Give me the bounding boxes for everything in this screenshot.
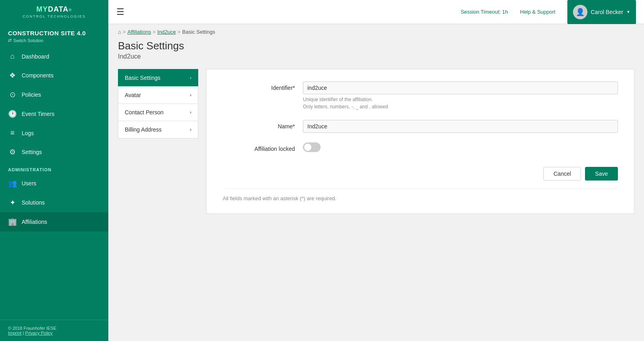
form-row-locked: Affiliation locked	[223, 142, 618, 153]
privacy-link[interactable]: Privacy Policy	[25, 331, 53, 335]
sub-nav-label-billing-address: Billing Address	[125, 126, 162, 133]
avatar: 👤	[573, 5, 587, 19]
save-button[interactable]: Save	[585, 167, 618, 181]
sub-nav-avatar[interactable]: Avatar ›	[118, 86, 198, 104]
switch-icon: ⇄	[8, 38, 12, 43]
sidebar-footer: © 2018 Fraunhofer IESE Imprint | Privacy…	[0, 320, 108, 341]
identifier-hint: Unique identifier of the affiliation. On…	[303, 96, 618, 110]
chevron-right-icon-billing: ›	[190, 127, 191, 132]
sidebar-item-dashboard[interactable]: ⌂ Dashboard	[0, 47, 108, 66]
hamburger-menu[interactable]: ☰	[108, 7, 132, 17]
settings-icon: ⚙	[8, 148, 17, 156]
session-timeout: Session Timeout: 1h	[461, 9, 508, 15]
sidebar-item-settings[interactable]: ⚙ Settings	[0, 142, 108, 162]
breadcrumb-ind2uce[interactable]: Ind2uce	[157, 29, 176, 35]
sidebar-label-users: Users	[22, 180, 37, 187]
users-icon: 👥	[8, 179, 17, 188]
sidebar-label-dashboard: Dashboard	[22, 53, 49, 60]
sidebar-brand: CONSTRUCTION SITE 4.0 ⇄ Switch Solution	[0, 24, 108, 47]
name-input[interactable]	[303, 120, 618, 133]
sidebar-label-settings: Settings	[22, 149, 42, 155]
sidebar-label-affiliations: Affiliations	[22, 219, 47, 225]
logo-text: MYDATA≡	[37, 5, 72, 14]
sidebar-label-logs: Logs	[22, 130, 34, 136]
toggle-slider	[303, 142, 321, 152]
sub-nav-contact-person[interactable]: Contact Person ›	[118, 104, 198, 121]
logs-icon: ≡	[8, 129, 17, 137]
page-subtitle: Ind2uce	[118, 53, 634, 60]
logo-area: MYDATA≡ CONTROL TECHNOLOGIES	[0, 0, 108, 24]
policies-icon: ⊙	[8, 90, 17, 99]
chevron-right-icon-avatar: ›	[190, 92, 191, 98]
user-name: Carol Becker	[591, 9, 623, 15]
brand-title: CONSTRUCTION SITE 4.0	[8, 30, 100, 37]
chevron-down-icon: ▼	[626, 10, 630, 14]
chevron-right-icon-basic: ›	[190, 75, 191, 81]
sub-nav-basic-settings[interactable]: Basic Settings ›	[118, 69, 198, 86]
content-area: ⌂ > Affiliations > Ind2uce > Basic Setti…	[108, 24, 644, 341]
form-actions: Cancel Save	[223, 163, 618, 181]
sidebar-item-affiliations[interactable]: 🏢 Affiliations	[0, 212, 108, 231]
imprint-link[interactable]: Imprint	[8, 331, 22, 335]
affiliations-icon: 🏢	[8, 217, 17, 226]
event-timers-icon: 🕐	[8, 110, 17, 118]
cancel-button[interactable]: Cancel	[543, 167, 581, 181]
components-icon: ❖	[8, 71, 17, 80]
sidebar-item-solutions[interactable]: ✦ Solutions	[0, 193, 108, 212]
affiliation-locked-field	[303, 142, 618, 153]
name-field	[303, 120, 618, 133]
breadcrumb-affiliations[interactable]: Affiliations	[127, 29, 151, 35]
dashboard-icon: ⌂	[8, 52, 17, 61]
sidebar-nav: ⌂ Dashboard ❖ Components ⊙ Policies 🕐 Ev…	[0, 47, 108, 320]
sidebar-label-event-timers: Event Timers	[22, 111, 55, 117]
home-icon: ⌂	[118, 29, 121, 35]
page-title: Basic Settings	[118, 40, 634, 52]
solutions-icon: ✦	[8, 198, 17, 207]
sub-nav-billing-address[interactable]: Billing Address ›	[118, 121, 198, 138]
sidebar-label-components: Components	[22, 72, 53, 79]
identifier-hint-line1: Unique identifier of the affiliation.	[303, 96, 618, 103]
sub-nav-label-contact-person: Contact Person	[125, 109, 164, 116]
name-label: Name*	[223, 120, 303, 130]
sub-nav-label-basic-settings: Basic Settings	[125, 75, 160, 81]
sidebar-label-policies: Policies	[22, 91, 41, 98]
sub-nav-label-avatar: Avatar	[125, 92, 141, 98]
sub-nav: Basic Settings › Avatar › Contact Person…	[118, 69, 198, 138]
page-header: Basic Settings Ind2uce	[108, 35, 644, 63]
admin-section-title: ADMINISTRATION	[0, 162, 108, 174]
chevron-right-icon-contact: ›	[190, 110, 191, 115]
form-row-name: Name*	[223, 120, 618, 133]
breadcrumb: ⌂ > Affiliations > Ind2uce > Basic Setti…	[108, 24, 644, 35]
sidebar-label-solutions: Solutions	[22, 199, 45, 206]
affiliation-locked-toggle[interactable]	[303, 142, 321, 152]
breadcrumb-sep-home: >	[123, 29, 126, 35]
identifier-input[interactable]	[303, 81, 618, 94]
logo-subtitle: CONTROL TECHNOLOGIES	[22, 14, 86, 18]
required-note: All fields marked with an asterisk (*) a…	[223, 189, 618, 201]
form-row-identifier: Identifier* Unique identifier of the aff…	[223, 81, 618, 110]
sidebar: CONSTRUCTION SITE 4.0 ⇄ Switch Solution …	[0, 24, 108, 341]
user-menu[interactable]: 👤 Carol Becker ▼	[567, 0, 636, 24]
identifier-hint-line2: Only letters, numbers, -, _ and . allowe…	[303, 103, 618, 110]
sidebar-item-components[interactable]: ❖ Components	[0, 66, 108, 85]
sidebar-item-policies[interactable]: ⊙ Policies	[0, 85, 108, 104]
identifier-field: Unique identifier of the affiliation. On…	[303, 81, 618, 110]
switch-solution-link[interactable]: ⇄ Switch Solution	[8, 38, 100, 43]
form-panel: Identifier* Unique identifier of the aff…	[206, 69, 634, 214]
sidebar-item-logs[interactable]: ≡ Logs	[0, 124, 108, 142]
affiliation-locked-label: Affiliation locked	[223, 142, 303, 152]
copyright-text: © 2018 Fraunhofer IESE	[8, 326, 57, 331]
sidebar-item-event-timers[interactable]: 🕐 Event Timers	[0, 104, 108, 124]
identifier-label: Identifier*	[223, 81, 303, 91]
breadcrumb-current: Basic Settings	[182, 29, 215, 35]
sidebar-item-users[interactable]: 👥 Users	[0, 174, 108, 193]
help-support-link[interactable]: Help & Support	[520, 9, 555, 15]
